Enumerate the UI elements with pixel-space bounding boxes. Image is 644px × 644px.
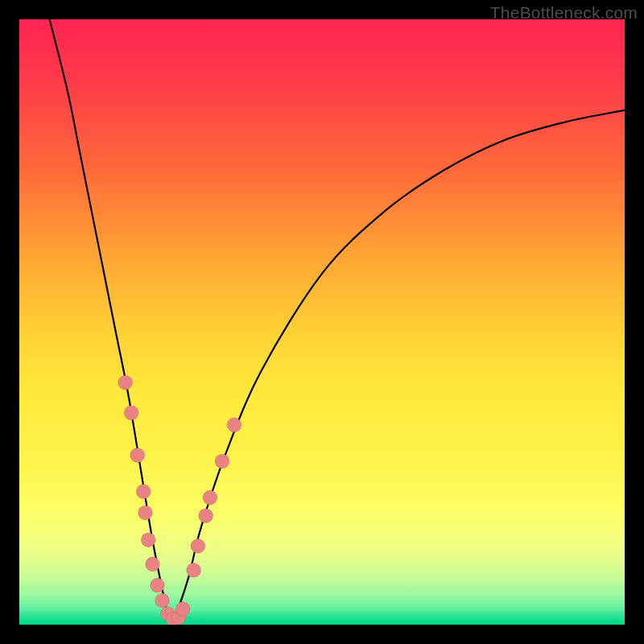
data-marker (215, 454, 229, 469)
data-marker (175, 601, 190, 616)
data-marker (138, 506, 152, 520)
watermark-text: TheBottleneck.com (490, 3, 638, 23)
data-marker (145, 557, 159, 572)
data-marker (118, 375, 133, 390)
data-marker (136, 485, 151, 499)
data-marker (124, 406, 138, 420)
data-marker (150, 578, 164, 592)
data-marker (227, 418, 242, 432)
data-marker (191, 539, 205, 553)
data-marker (130, 448, 145, 462)
data-marker (155, 593, 169, 608)
data-marker (199, 509, 213, 523)
chart-frame (19, 19, 625, 625)
bottleneck-curve (50, 19, 625, 625)
data-marker (187, 563, 201, 577)
data-marker (203, 490, 217, 505)
chart-overlay (19, 19, 625, 625)
data-marker (141, 533, 155, 547)
marker-group (118, 375, 242, 625)
